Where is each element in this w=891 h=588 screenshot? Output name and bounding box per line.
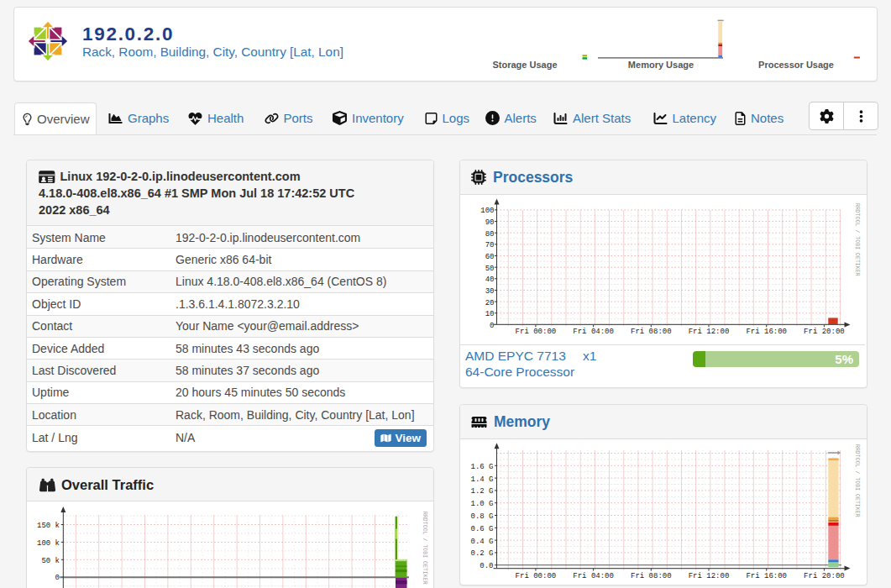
- svg-text:1.2 G: 1.2 G: [470, 487, 493, 496]
- svg-text:Fri 00:00: Fri 00:00: [516, 328, 557, 336]
- svg-text:1.0 G: 1.0 G: [470, 500, 493, 508]
- svg-text:50 k: 50 k: [41, 557, 60, 565]
- svg-text:50: 50: [485, 265, 495, 273]
- svg-text:RRDTOOL / TOBI OETIKER: RRDTOOL / TOBI OETIKER: [854, 203, 860, 276]
- svg-text:40: 40: [485, 276, 495, 284]
- svg-text:70: 70: [485, 241, 495, 249]
- svg-text:Fri 04:00: Fri 04:00: [573, 328, 614, 336]
- svg-text:0.2 G: 0.2 G: [470, 549, 493, 558]
- svg-text:20: 20: [485, 299, 495, 307]
- svg-text:150 k: 150 k: [37, 522, 60, 530]
- svg-text:0.0: 0.0: [480, 562, 493, 570]
- svg-text:Fri 08:00: Fri 08:00: [631, 572, 672, 580]
- svg-text:RRDTOOL / TOBI OETIKER: RRDTOOL / TOBI OETIKER: [854, 444, 860, 517]
- svg-text:0: 0: [55, 574, 60, 582]
- svg-text:Fri 16:00: Fri 16:00: [746, 328, 787, 336]
- svg-text:80: 80: [485, 230, 495, 239]
- svg-text:1.4 G: 1.4 G: [470, 475, 493, 484]
- svg-text:Fri 16:00: Fri 16:00: [746, 572, 787, 580]
- svg-text:RRDTOOL / TOBI OETIKER: RRDTOOL / TOBI OETIKER: [422, 512, 427, 585]
- svg-text:Fri 20:00: Fri 20:00: [804, 328, 845, 336]
- svg-text:1.6 G: 1.6 G: [470, 463, 493, 471]
- svg-text:0.8 G: 0.8 G: [470, 512, 493, 521]
- svg-text:10: 10: [485, 310, 495, 318]
- svg-text:100 k: 100 k: [37, 539, 60, 548]
- svg-text:Fri 12:00: Fri 12:00: [689, 572, 730, 580]
- svg-text:30: 30: [485, 287, 495, 296]
- svg-text:90: 90: [485, 218, 495, 227]
- svg-text:Fri 20:00: Fri 20:00: [804, 572, 845, 580]
- svg-text:Fri 04:00: Fri 04:00: [573, 572, 614, 580]
- svg-text:0.6 G: 0.6 G: [470, 525, 493, 533]
- svg-text:Fri 08:00: Fri 08:00: [631, 328, 672, 336]
- svg-text:100: 100: [480, 207, 494, 215]
- svg-text:Fri 12:00: Fri 12:00: [689, 328, 730, 336]
- svg-text:0: 0: [490, 322, 494, 330]
- svg-text:Fri 00:00: Fri 00:00: [516, 572, 557, 580]
- svg-text:60: 60: [485, 253, 495, 261]
- svg-text:0.4 G: 0.4 G: [470, 538, 493, 546]
